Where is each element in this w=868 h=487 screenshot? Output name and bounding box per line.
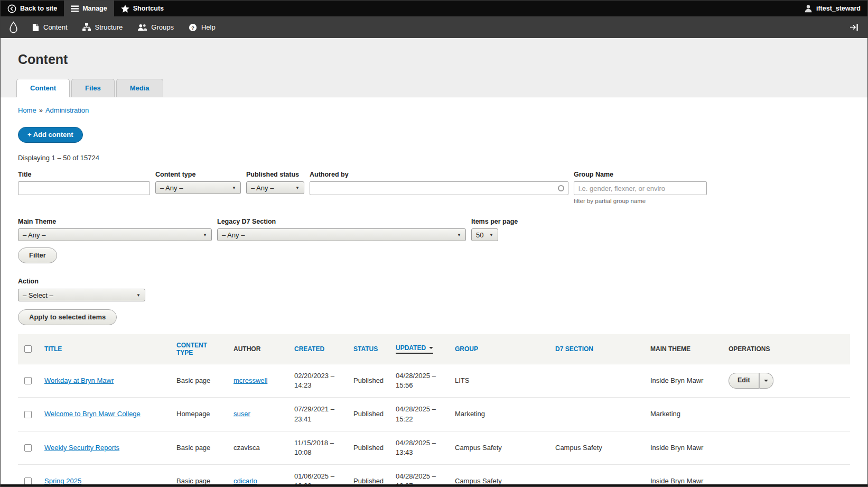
action-section: Action – Select – ▼ (18, 278, 850, 301)
action-select[interactable]: – Select – ▼ (18, 289, 145, 301)
content-type-select[interactable]: – Any – ▼ (155, 181, 241, 194)
sort-group-header[interactable]: GROUP (455, 345, 478, 353)
row-d7-section (550, 364, 645, 398)
drupal-logo-icon[interactable] (1, 16, 25, 38)
row-updated: 04/28/2025 – 15:56 (390, 364, 450, 398)
d7-section-filter-label: Legacy D7 Section (217, 218, 466, 225)
result-count-text: Displaying 1 – 50 of 15724 (18, 154, 850, 162)
primary-tabs: Content Files Media (1, 79, 867, 97)
sort-status-header[interactable]: STATUS (353, 345, 378, 353)
row-content-type: Homepage (171, 398, 228, 431)
title-filter-label: Title (18, 171, 150, 178)
shortcuts-tab[interactable]: Shortcuts (114, 1, 171, 16)
row-content-type: Basic page (171, 431, 228, 464)
sort-title-header[interactable]: TITLE (44, 345, 62, 353)
filter-button[interactable]: Filter (18, 247, 57, 263)
page-icon (32, 23, 39, 32)
row-status: Published (348, 465, 390, 487)
row-group: Campus Safety (450, 465, 550, 487)
published-status-select-value: – Any – (251, 184, 274, 192)
breadcrumb-home-link[interactable]: Home (18, 106, 36, 114)
help-icon: ? (189, 23, 197, 32)
svg-text:?: ? (191, 24, 194, 30)
row-status: Published (348, 364, 390, 398)
add-content-button[interactable]: + Add content (18, 127, 83, 143)
row-checkbox[interactable] (24, 411, 32, 418)
sort-d7-section-header[interactable]: D7 SECTION (555, 345, 593, 353)
content-panel: Home»Administration + Add content Displa… (1, 97, 867, 487)
title-filter-input[interactable] (18, 181, 150, 195)
breadcrumb-administration-link[interactable]: Administration (45, 106, 89, 114)
user-menu[interactable]: iftest_steward (797, 1, 867, 16)
published-status-filter-label: Published status (246, 171, 304, 178)
row-updated: 04/28/2025 – 15:22 (390, 398, 450, 431)
chevron-down-icon: ▼ (489, 233, 493, 237)
published-status-select[interactable]: – Any – ▼ (246, 181, 304, 194)
main-theme-select[interactable]: – Any – ▼ (18, 228, 212, 241)
toolbar-collapse-icon[interactable] (841, 16, 867, 38)
chevron-down-icon: ▼ (136, 293, 141, 298)
top-toolbar: Back to site Manage Shortcuts iftest_ste… (1, 1, 867, 16)
row-title-link[interactable]: Welcome to Bryn Mawr College (44, 410, 141, 418)
edit-dropdown-toggle[interactable] (759, 373, 773, 389)
row-author-link[interactable]: mcresswell (234, 376, 267, 384)
sitemap-icon (82, 23, 91, 31)
author-header: AUTHOR (234, 345, 260, 353)
row-title-link[interactable]: Weekly Security Reports (44, 444, 119, 452)
row-main-theme: Inside Bryn Mawr (645, 431, 723, 464)
toolbar-item-content[interactable]: Content (25, 16, 75, 38)
row-author-link[interactable]: suser (234, 410, 250, 418)
toolbar-item-structure[interactable]: Structure (75, 16, 130, 38)
filter-row-1: Title Content type – Any – ▼ Published s… (18, 171, 850, 204)
table-row: Spring 2025 Basic page cdicarlo 01/06/20… (18, 465, 850, 487)
row-author-link[interactable]: cdicarlo (234, 477, 257, 485)
autocomplete-icon (558, 185, 564, 191)
items-per-page-label: Items per page (471, 218, 498, 225)
back-to-site-button[interactable]: Back to site (1, 1, 64, 16)
row-main-theme: Inside Bryn Mawr (645, 465, 723, 487)
row-d7-section (550, 465, 645, 487)
authored-by-filter-label: Authored by (310, 171, 568, 178)
main-theme-filter-label: Main Theme (18, 218, 212, 225)
toolbar-item-groups[interactable]: Groups (130, 16, 181, 38)
select-all-checkbox[interactable] (24, 345, 32, 353)
group-name-filter-label: Group Name (574, 171, 707, 178)
row-content-type: Basic page (171, 364, 228, 398)
people-icon (137, 23, 147, 31)
row-updated: 04/28/2025 – 13:37 (390, 465, 450, 487)
group-name-input[interactable] (574, 181, 707, 195)
items-per-page-select[interactable]: 50 ▼ (471, 228, 498, 241)
table-row: Weekly Security Reports Basic page czavi… (18, 431, 850, 464)
row-group: Marketing (450, 398, 550, 431)
tab-files[interactable]: Files (71, 79, 115, 97)
row-created: 11/15/2018 – 10:08 (289, 431, 348, 464)
manage-tab[interactable]: Manage (64, 1, 114, 16)
row-checkbox[interactable] (24, 444, 32, 452)
tab-media[interactable]: Media (116, 79, 163, 97)
edit-button[interactable]: Edit (729, 373, 759, 389)
row-checkbox[interactable] (24, 377, 32, 384)
row-main-theme: Inside Bryn Mawr (645, 364, 723, 398)
row-author-text: czavisca (234, 444, 260, 452)
main-theme-select-value: – Any – (23, 231, 45, 239)
content-type-select-value: – Any – (160, 184, 183, 192)
sort-content-type-header[interactable]: CONTENT TYPE (176, 342, 207, 356)
apply-to-selected-button[interactable]: Apply to selected items (18, 309, 117, 325)
items-per-page-value: 50 (476, 231, 483, 239)
sort-created-header[interactable]: CREATED (294, 345, 324, 353)
back-to-site-label: Back to site (20, 5, 57, 12)
row-title-link[interactable]: Spring 2025 (44, 477, 81, 485)
d7-section-select-value: – Any – (222, 231, 245, 239)
sort-desc-icon (429, 347, 433, 351)
chevron-down-icon: ▼ (203, 233, 207, 237)
chevron-down-icon: ▼ (457, 233, 461, 237)
row-title-link[interactable]: Workday at Bryn Mawr (44, 376, 114, 384)
sort-updated-header[interactable]: UPDATED (396, 344, 433, 354)
authored-by-input[interactable] (310, 181, 568, 195)
page-title: Content (18, 52, 867, 67)
shortcuts-label: Shortcuts (133, 5, 164, 12)
chevron-down-icon: ▼ (232, 186, 236, 190)
toolbar-item-help[interactable]: ? Help (181, 16, 223, 38)
d7-section-select[interactable]: – Any – ▼ (217, 228, 466, 241)
tab-content[interactable]: Content (16, 79, 70, 97)
